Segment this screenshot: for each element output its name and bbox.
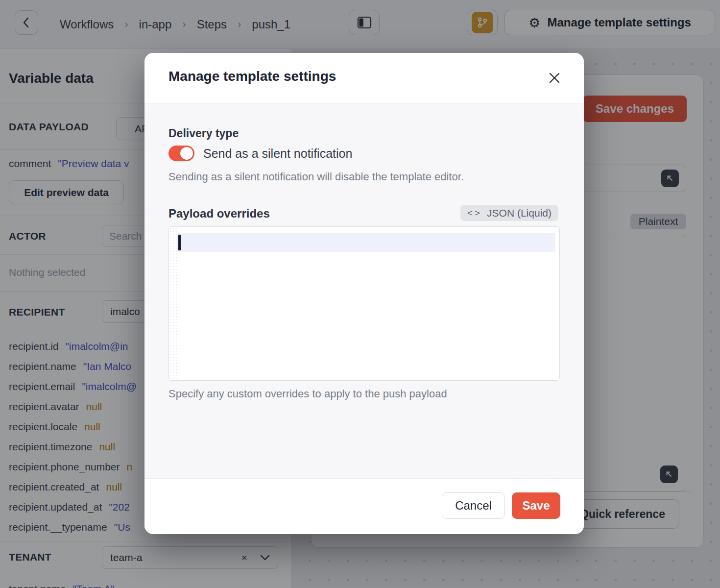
- editor-gutter: [169, 227, 177, 380]
- silent-notification-toggle[interactable]: [168, 146, 194, 161]
- silent-notification-label: Send as a silent notification: [203, 147, 352, 161]
- json-liquid-badge: <> JSON (Liquid): [460, 205, 558, 221]
- code-icon: <>: [467, 208, 482, 219]
- manage-template-settings-modal: Manage template settings Delivery type S…: [144, 53, 584, 534]
- active-code-line: [177, 233, 555, 252]
- modal-title: Manage template settings: [168, 69, 336, 84]
- cancel-button[interactable]: Cancel: [442, 492, 505, 519]
- json-liquid-label: JSON (Liquid): [487, 207, 552, 219]
- payload-overrides-heading: Payload overrides: [168, 207, 270, 220]
- close-icon: [548, 71, 561, 85]
- save-button[interactable]: Save: [512, 492, 560, 519]
- silent-notification-row: Send as a silent notification: [168, 146, 352, 161]
- delivery-helper-text: Sending as a silent notification will di…: [168, 171, 464, 183]
- payload-helper-text: Specify any custom overrides to apply to…: [168, 388, 447, 400]
- modal-header: Manage template settings: [144, 53, 584, 103]
- text-cursor: [178, 235, 181, 250]
- close-button[interactable]: [546, 69, 563, 87]
- payload-overrides-editor[interactable]: [168, 226, 560, 381]
- modal-body: Delivery type Send as a silent notificat…: [144, 103, 584, 479]
- app-screen: Workflows › in-app › Steps › push_1: [0, 0, 720, 588]
- delivery-type-heading: Delivery type: [168, 127, 239, 140]
- modal-footer: Cancel Save: [144, 479, 584, 533]
- toggle-knob: [180, 147, 193, 160]
